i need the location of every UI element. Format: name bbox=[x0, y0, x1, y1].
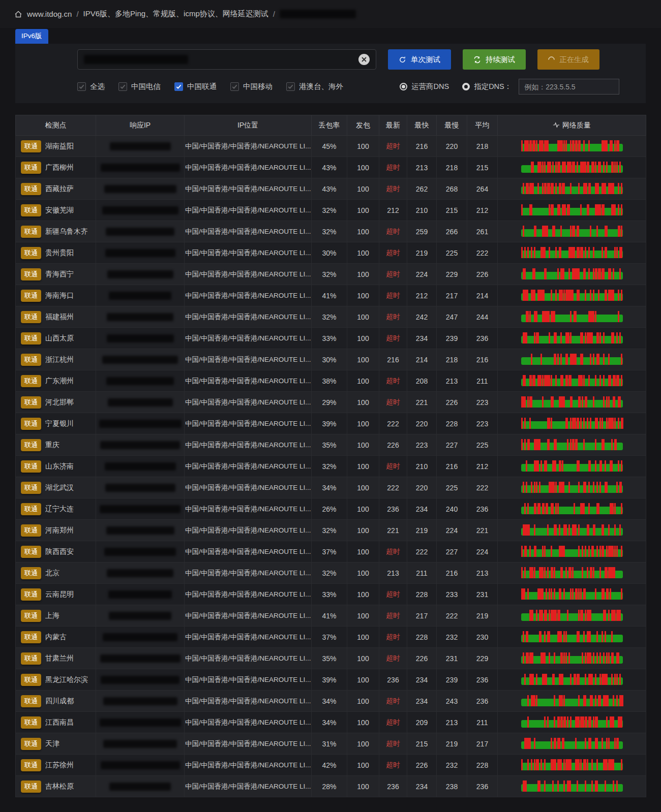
average-latency: 214 bbox=[467, 285, 498, 306]
response-ip-redacted bbox=[101, 761, 180, 769]
response-ip-redacted bbox=[103, 697, 177, 705]
network-quality-bar bbox=[521, 737, 623, 751]
ip-location: 中国/中国香港/中国香港/NEAROUTE LI... bbox=[185, 776, 312, 797]
quality-loss-spike bbox=[554, 695, 555, 706]
quality-loss-spike bbox=[590, 716, 591, 728]
quality-loss-spike bbox=[618, 204, 619, 215]
single-test-label: 单次测试 bbox=[411, 55, 440, 65]
sent-count: 100 bbox=[347, 563, 379, 584]
ip-location: 中国/中国香港/中国香港/NEAROUTE LI... bbox=[185, 456, 312, 477]
quality-loss-spike bbox=[587, 759, 588, 770]
loss-rate: 39% bbox=[312, 669, 347, 691]
ip-location: 中国/中国香港/中国香港/NEAROUTE LI... bbox=[185, 712, 312, 733]
single-test-button[interactable]: 单次测试 bbox=[388, 49, 451, 70]
quality-loss-spike bbox=[588, 268, 590, 279]
radio-icon bbox=[462, 83, 470, 90]
quality-loss-spike bbox=[531, 610, 533, 621]
quality-loss-spike bbox=[534, 268, 535, 279]
response-ip-redacted bbox=[107, 334, 174, 342]
quality-loss-spike bbox=[554, 311, 555, 322]
quality-loss-spike bbox=[577, 162, 578, 173]
continuous-test-button[interactable]: 持续测试 bbox=[463, 49, 526, 70]
sent-count: 100 bbox=[347, 328, 379, 349]
quality-loss-spike bbox=[554, 588, 555, 600]
quality-loss-spike bbox=[532, 162, 534, 173]
dns-radio[interactable]: 运营商DNS bbox=[400, 82, 449, 91]
breadcrumb-path[interactable]: IPV6版、多地Ping、常规版、icmp协议、网络延迟测试 bbox=[83, 9, 268, 19]
quality-loss-spike bbox=[574, 247, 575, 258]
dns-input[interactable] bbox=[519, 79, 619, 95]
sent-count: 100 bbox=[347, 178, 379, 200]
node-city: 四川成都 bbox=[45, 697, 74, 705]
carrier-checkbox[interactable]: 中国移动 bbox=[230, 82, 273, 91]
quality-loss-spike bbox=[546, 610, 547, 621]
response-ip-redacted bbox=[100, 654, 181, 663]
sent-count: 100 bbox=[347, 498, 379, 520]
quality-loss-spike bbox=[608, 396, 610, 408]
carrier-checkbox[interactable]: 全选 bbox=[77, 82, 105, 91]
network-quality-bar bbox=[521, 631, 623, 644]
table-row: 联通湖南益阳 中国/中国香港/中国香港/NEAROUTE LI... 45% 1… bbox=[16, 136, 646, 157]
carrier-badge: 联通 bbox=[21, 695, 41, 707]
latest-latency: 超时 bbox=[379, 733, 407, 755]
quality-loss-spike bbox=[554, 460, 556, 472]
quality-loss-spike bbox=[582, 610, 583, 621]
quality-loss-spike bbox=[602, 418, 603, 429]
quality-loss-spike bbox=[532, 183, 534, 194]
quality-loss-spike bbox=[527, 247, 529, 258]
clear-input-button[interactable] bbox=[358, 54, 370, 65]
carrier-checkbox[interactable]: 中国电信 bbox=[118, 82, 161, 91]
quality-loss-spike bbox=[577, 780, 578, 792]
response-ip-redacted bbox=[107, 313, 173, 321]
quality-loss-spike bbox=[546, 226, 548, 237]
generating-button[interactable]: 正在生成 bbox=[537, 49, 599, 70]
carrier-badge: 联通 bbox=[21, 439, 41, 451]
quality-loss-spike bbox=[621, 354, 622, 365]
dns-radio[interactable]: 指定DNS： bbox=[462, 82, 512, 91]
quality-loss-spike bbox=[552, 482, 555, 493]
network-quality-bar bbox=[521, 503, 623, 516]
loss-rate: 35% bbox=[312, 648, 347, 669]
quality-loss-spike bbox=[619, 610, 621, 621]
quality-loss-spike bbox=[555, 332, 557, 343]
quality-loss-spike bbox=[568, 482, 570, 493]
quality-loss-spike bbox=[534, 503, 536, 514]
tab-ipv6[interactable]: IPv6版 bbox=[15, 29, 48, 44]
quality-loss-spike bbox=[610, 588, 611, 600]
breadcrumb-site[interactable]: www.itdog.cn bbox=[27, 10, 72, 18]
quality-loss-spike bbox=[591, 546, 594, 557]
quality-loss-spike bbox=[563, 183, 565, 194]
network-quality-bar bbox=[521, 588, 623, 601]
quality-loss-spike bbox=[531, 759, 532, 770]
target-input[interactable] bbox=[77, 49, 376, 70]
quality-loss-spike bbox=[523, 226, 524, 237]
quality-loss-spike bbox=[529, 546, 531, 557]
quality-loss-spike bbox=[603, 268, 605, 279]
node-city: 广东潮州 bbox=[45, 377, 74, 385]
quality-loss-spike bbox=[618, 652, 619, 664]
network-quality-bar bbox=[521, 417, 623, 430]
quality-loss-spike bbox=[613, 567, 615, 578]
quality-loss-spike bbox=[527, 503, 529, 514]
quality-loss-spike bbox=[588, 140, 590, 151]
node-city: 吉林松原 bbox=[45, 782, 74, 790]
control-panel: 单次测试 持续测试 正在生成 全选 bbox=[15, 44, 646, 103]
carrier-checkbox[interactable]: 中国联通 bbox=[174, 82, 217, 91]
carrier-checkbox[interactable]: 港澳台、海外 bbox=[286, 82, 343, 91]
quality-loss-spike bbox=[540, 354, 542, 365]
latest-latency: 超时 bbox=[379, 691, 407, 712]
table-row: 联通西藏拉萨 中国/中国香港/中国香港/NEAROUTE LI... 43% 1… bbox=[16, 178, 646, 200]
col-header-sent: 发包 bbox=[347, 115, 379, 136]
quality-loss-spike bbox=[544, 567, 546, 578]
quality-loss-spike bbox=[608, 652, 610, 664]
average-latency: 222 bbox=[467, 477, 498, 498]
quality-loss-spike bbox=[611, 418, 614, 429]
table-row: 联通贵州贵阳 中国/中国香港/中国香港/NEAROUTE LI... 30% 1… bbox=[16, 242, 646, 264]
quality-loss-spike bbox=[534, 375, 535, 386]
response-ip-redacted bbox=[101, 164, 180, 172]
average-latency: 216 bbox=[467, 349, 498, 370]
quality-loss-spike bbox=[552, 674, 555, 685]
quality-loss-spike bbox=[583, 268, 586, 279]
table-row: 联通重庆 中国/中国香港/中国香港/NEAROUTE LI... 35% 100… bbox=[16, 434, 646, 456]
slowest-latency: 224 bbox=[437, 520, 467, 541]
